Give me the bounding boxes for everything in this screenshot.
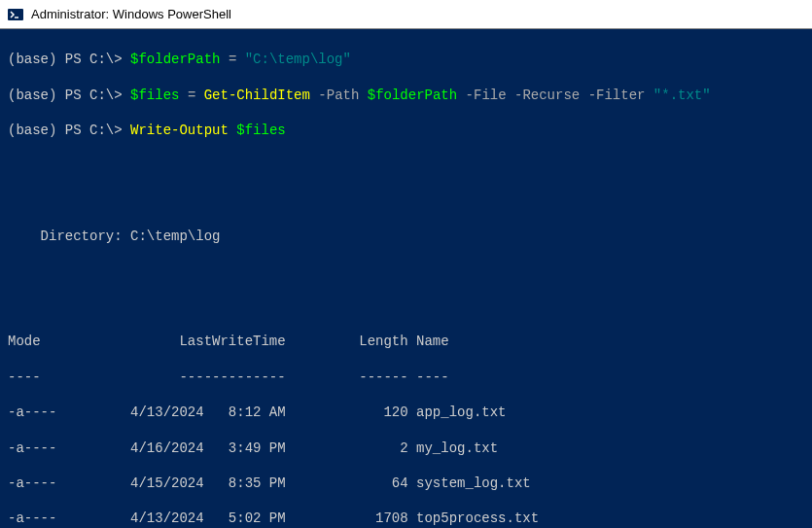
ps-param: -Filter <box>588 88 646 103</box>
blank-line <box>8 298 804 315</box>
table-header: Mode LastWriteTime Length Name <box>8 333 804 350</box>
table-row: -a---- 4/13/2024 5:02 PM 1708 top5proces… <box>8 510 804 527</box>
window-titlebar[interactable]: Administrator: Windows PowerShell <box>0 0 812 29</box>
ps-param: -Path <box>318 88 359 103</box>
blank-line <box>8 263 804 280</box>
command-line-1: (base) PS C:\> $folderPath = "C:\temp\lo… <box>8 51 804 68</box>
window-title: Administrator: Windows PowerShell <box>31 7 231 21</box>
console-area[interactable]: (base) PS C:\> $folderPath = "C:\temp\lo… <box>0 29 812 528</box>
directory-header: Directory: C:\temp\log <box>8 228 804 245</box>
blank-line <box>8 193 804 210</box>
ps-variable: $files <box>236 123 285 138</box>
ps-string: "*.txt" <box>653 88 711 103</box>
ps-param: -File <box>466 88 507 103</box>
prompt-ps: PS <box>65 52 82 67</box>
command-line-3: (base) PS C:\> Write-Output $files <box>8 122 804 139</box>
ps-variable: $folderPath <box>368 88 457 103</box>
ps-variable: $files <box>130 88 179 103</box>
ps-operator: = <box>188 88 195 103</box>
ps-variable: $folderPath <box>130 52 220 67</box>
table-header-sep: ---- ------------- ------ ---- <box>8 369 804 386</box>
table-row: -a---- 4/16/2024 3:49 PM 2 my_log.txt <box>8 440 804 457</box>
prompt-path: C:\> <box>89 52 123 67</box>
blank-line <box>8 157 804 174</box>
ps-cmdlet: Get-ChildItem <box>204 88 310 103</box>
ps-string: "C:\temp\log" <box>245 52 351 67</box>
powershell-icon <box>8 7 23 22</box>
table-row: -a---- 4/15/2024 8:35 PM 64 system_log.t… <box>8 475 804 492</box>
command-line-2: (base) PS C:\> $files = Get-ChildItem -P… <box>8 87 804 104</box>
table-row: -a---- 4/13/2024 8:12 AM 120 app_log.txt <box>8 404 804 421</box>
ps-param: -Recurse <box>514 88 580 103</box>
ps-operator: = <box>229 52 236 67</box>
prompt-env: (base) <box>8 52 56 67</box>
ps-cmdlet: Write-Output <box>130 123 229 138</box>
svg-rect-0 <box>8 9 23 20</box>
